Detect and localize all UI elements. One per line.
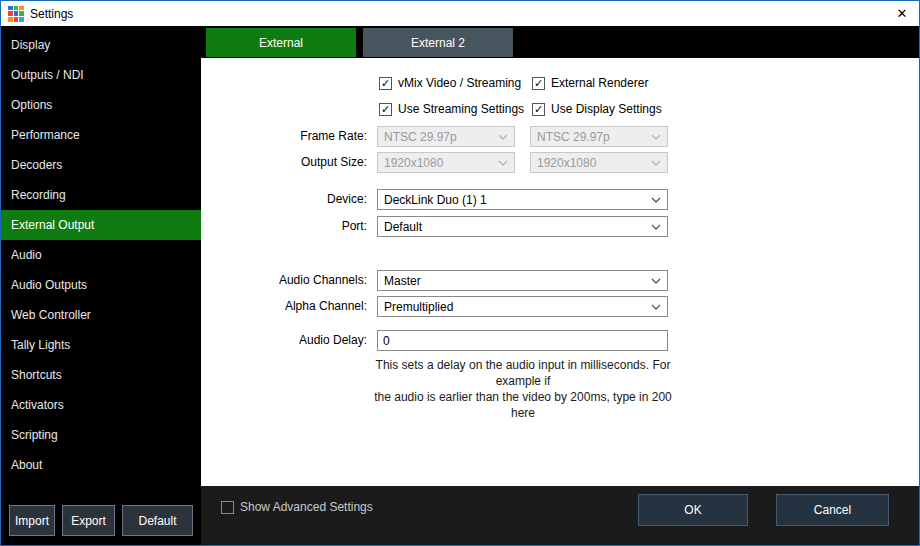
vmix-video-streaming-label: vMix Video / Streaming: [398, 76, 521, 90]
external-renderer-label: External Renderer: [551, 76, 648, 90]
sidebar-item-tally-lights[interactable]: Tally Lights: [1, 330, 201, 360]
close-icon[interactable]: ✕: [885, 1, 919, 26]
use-streaming-settings-label: Use Streaming Settings: [398, 102, 524, 116]
external-renderer-checkbox[interactable]: ✓ External Renderer: [532, 76, 648, 90]
port-value: Default: [384, 220, 422, 234]
sidebar-item-display[interactable]: Display: [1, 30, 201, 60]
tab-external[interactable]: External: [206, 28, 356, 57]
sidebar-item-external-output[interactable]: External Output: [1, 210, 201, 240]
device-value: DeckLink Duo (1) 1: [384, 193, 487, 207]
sidebar-item-recording[interactable]: Recording: [1, 180, 201, 210]
audio-delay-help-line-1: This sets a delay on the audio input in …: [373, 357, 673, 389]
sidebar-item-shortcuts[interactable]: Shortcuts: [1, 360, 201, 390]
port-select[interactable]: Default: [377, 216, 668, 237]
audio-delay-input[interactable]: [377, 330, 668, 351]
output-size-label: Output Size:: [201, 152, 367, 173]
alpha-channel-label: Alpha Channel:: [201, 296, 367, 317]
frame-rate-value-1: NTSC 29.97p: [384, 130, 457, 144]
frame-rate-select-1[interactable]: NTSC 29.97p: [377, 126, 515, 147]
audio-channels-select[interactable]: Master: [377, 270, 668, 291]
ok-button[interactable]: OK: [638, 494, 748, 526]
sidebar-item-audio-outputs[interactable]: Audio Outputs: [1, 270, 201, 300]
show-advanced-settings-label: Show Advanced Settings: [240, 500, 373, 514]
vmix-video-streaming-checkbox[interactable]: ✓ vMix Video / Streaming: [379, 76, 521, 90]
default-button[interactable]: Default: [122, 505, 193, 536]
checkbox-check-icon: ✓: [532, 77, 545, 90]
audio-delay-label: Audio Delay:: [201, 330, 367, 351]
chevron-down-icon: [651, 134, 661, 140]
frame-rate-value-2: NTSC 29.97p: [537, 130, 610, 144]
sidebar: Display Outputs / NDI Options Performanc…: [1, 26, 201, 545]
chevron-down-icon: [498, 134, 508, 140]
audio-channels-value: Master: [384, 274, 421, 288]
main-panel: External External 2 ✓ vMix Video / Strea…: [201, 26, 919, 545]
chevron-down-icon: [498, 160, 508, 166]
port-label: Port:: [201, 216, 367, 237]
audio-delay-help-line-2: the audio is earlier than the video by 2…: [373, 389, 673, 421]
output-size-value-2: 1920x1080: [537, 156, 596, 170]
checkbox-check-icon: ✓: [532, 103, 545, 116]
frame-rate-label: Frame Rate:: [201, 126, 367, 147]
device-label: Device:: [201, 189, 367, 210]
export-button[interactable]: Export: [62, 505, 115, 536]
sidebar-buttons: Import Export Default: [1, 505, 201, 545]
title-bar: Settings ✕: [1, 1, 919, 26]
output-size-select-2[interactable]: 1920x1080: [530, 152, 668, 173]
chevron-down-icon: [651, 278, 661, 284]
sidebar-item-activators[interactable]: Activators: [1, 390, 201, 420]
external-output-form: ✓ vMix Video / Streaming ✓ External Rend…: [201, 58, 919, 486]
output-size-select-1[interactable]: 1920x1080: [377, 152, 515, 173]
vmix-logo-icon: [8, 6, 24, 22]
window-body: Display Outputs / NDI Options Performanc…: [1, 26, 919, 545]
output-size-value-1: 1920x1080: [384, 156, 443, 170]
sidebar-item-audio[interactable]: Audio: [1, 240, 201, 270]
cancel-button[interactable]: Cancel: [776, 494, 889, 526]
frame-rate-select-2[interactable]: NTSC 29.97p: [530, 126, 668, 147]
tab-strip: External External 2: [201, 26, 919, 58]
sidebar-item-options[interactable]: Options: [1, 90, 201, 120]
sidebar-item-web-controller[interactable]: Web Controller: [1, 300, 201, 330]
use-streaming-settings-checkbox[interactable]: ✓ Use Streaming Settings: [379, 102, 524, 116]
audio-delay-help-text: This sets a delay on the audio input in …: [373, 357, 673, 421]
use-display-settings-label: Use Display Settings: [551, 102, 662, 116]
device-select[interactable]: DeckLink Duo (1) 1: [377, 189, 668, 210]
show-advanced-settings-checkbox[interactable]: Show Advanced Settings: [221, 500, 373, 514]
alpha-channel-value: Premultiplied: [384, 300, 453, 314]
chevron-down-icon: [651, 160, 661, 166]
footer-bar: Show Advanced Settings OK Cancel: [201, 486, 919, 545]
checkbox-check-icon: [221, 501, 234, 514]
chevron-down-icon: [651, 224, 661, 230]
window-title: Settings: [30, 7, 73, 21]
use-display-settings-checkbox[interactable]: ✓ Use Display Settings: [532, 102, 662, 116]
chevron-down-icon: [651, 197, 661, 203]
audio-channels-label: Audio Channels:: [201, 270, 367, 291]
sidebar-item-outputs-ndi[interactable]: Outputs / NDI: [1, 60, 201, 90]
sidebar-item-performance[interactable]: Performance: [1, 120, 201, 150]
import-button[interactable]: Import: [9, 505, 55, 536]
tab-external-2[interactable]: External 2: [363, 28, 513, 57]
alpha-channel-select[interactable]: Premultiplied: [377, 296, 668, 317]
settings-window: Settings ✕ Display Outputs / NDI Options…: [0, 0, 920, 546]
sidebar-item-decoders[interactable]: Decoders: [1, 150, 201, 180]
checkbox-check-icon: ✓: [379, 103, 392, 116]
checkbox-check-icon: ✓: [379, 77, 392, 90]
chevron-down-icon: [651, 304, 661, 310]
sidebar-item-about[interactable]: About: [1, 450, 201, 480]
sidebar-item-scripting[interactable]: Scripting: [1, 420, 201, 450]
sidebar-nav: Display Outputs / NDI Options Performanc…: [1, 26, 201, 505]
